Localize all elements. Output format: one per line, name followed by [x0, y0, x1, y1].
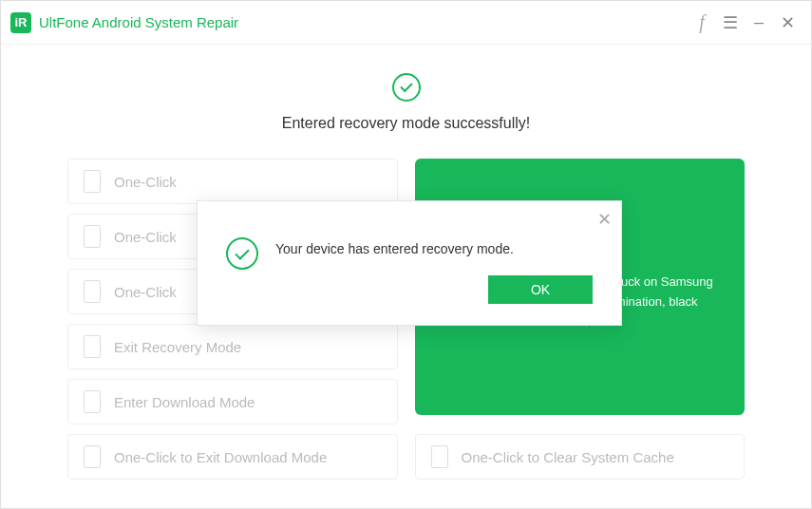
option-label: One-Click [114, 174, 177, 190]
device-icon [84, 170, 101, 193]
device-icon [431, 445, 448, 468]
option-label: Enter Download Mode [114, 394, 255, 410]
exit-download-button[interactable]: One-Click to Exit Download Mode [67, 434, 398, 480]
modal-check-icon [226, 237, 258, 270]
success-modal: ✕ Your device has entered recovery mode.… [197, 200, 622, 326]
option-label: Exit Recovery Mode [114, 339, 241, 355]
device-icon [84, 390, 101, 413]
modal-message: Your device has entered recovery mode. [275, 241, 593, 256]
modal-ok-button[interactable]: OK [488, 275, 593, 304]
modal-close-icon[interactable]: ✕ [597, 209, 612, 230]
device-icon [84, 225, 101, 248]
device-icon [84, 280, 101, 303]
titlebar: iR UltFone Android System Repair f ☰ – ✕ [1, 1, 811, 45]
close-icon[interactable]: ✕ [773, 9, 802, 37]
option-label: One-Click [114, 229, 177, 245]
exit-recovery-button[interactable]: Exit Recovery Mode [67, 324, 398, 369]
facebook-icon[interactable]: f [688, 9, 716, 37]
enter-download-button[interactable]: Enter Download Mode [67, 379, 398, 424]
app-title: UltFone Android System Repair [39, 14, 238, 30]
success-check-icon [392, 73, 421, 102]
option-label: One-Click to Exit Download Mode [114, 449, 327, 465]
modal-body: Your device has entered recovery mode. O… [198, 201, 621, 325]
app-logo-icon: iR [10, 12, 31, 33]
menu-icon[interactable]: ☰ [716, 9, 745, 37]
content-area: Entered recovery mode successfully! One-… [1, 45, 811, 508]
option-button[interactable]: One-Click [67, 159, 398, 204]
clear-cache-button[interactable]: One-Click to Clear System Cache [415, 434, 746, 480]
minimize-icon[interactable]: – [745, 9, 773, 37]
option-label: One-Click [114, 284, 177, 300]
option-label: One-Click to Clear System Cache [462, 449, 674, 465]
app-window: iR UltFone Android System Repair f ☰ – ✕… [0, 0, 812, 509]
success-message: Entered recovery mode successfully! [67, 115, 745, 132]
device-icon [84, 445, 101, 468]
device-icon [84, 335, 101, 358]
